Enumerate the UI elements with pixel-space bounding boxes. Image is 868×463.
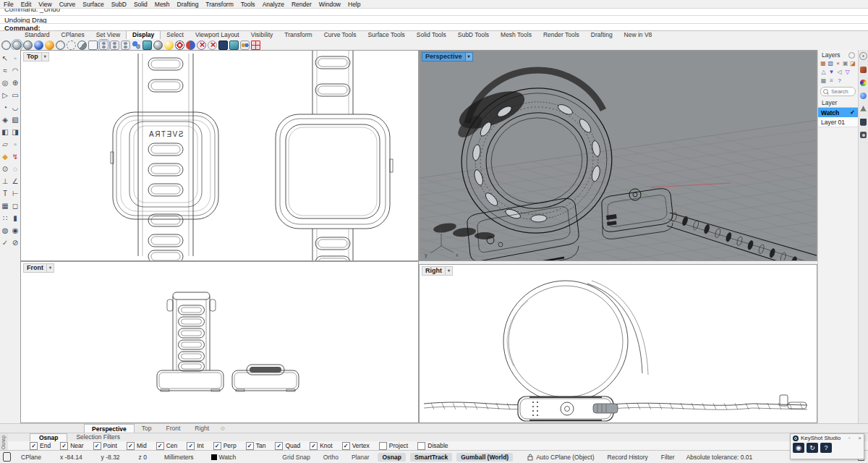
patch-tool-icon[interactable]: ▧	[10, 114, 20, 127]
cplane-menu[interactable]: CPlane	[21, 454, 41, 461]
extrude-tool-icon[interactable]: ▫	[10, 139, 20, 151]
help-icon[interactable]: ?	[836, 77, 843, 85]
viewport-right[interactable]: Right ▾	[419, 264, 817, 423]
technical-display-icon[interactable]	[56, 41, 65, 50]
filter-icon[interactable]: ▽	[844, 69, 851, 76]
menu-mesh[interactable]: Mesh	[151, 1, 174, 8]
viewport-top-title[interactable]: Top	[23, 52, 42, 61]
keyshot-sync-button[interactable]: ↻	[807, 443, 818, 453]
toolbar-tab-transform[interactable]: Transform	[278, 31, 318, 39]
viewport-right-label[interactable]: Right ▾	[422, 266, 453, 276]
toolbar-tab-surface-tools[interactable]: Surface Tools	[362, 31, 410, 39]
osnap-checkbox-mid[interactable]: ✓Mid	[127, 442, 147, 450]
curve-tool-icon[interactable]: ≈	[0, 65, 10, 77]
panel-options-icon[interactable]: ◦	[848, 435, 851, 441]
clear-display-icon[interactable]	[208, 41, 217, 50]
gear-icon[interactable]	[859, 52, 867, 60]
tab-selection-filters[interactable]: Selection Filters	[67, 433, 128, 441]
toolbar-tab-visibility[interactable]: Visibility	[245, 31, 279, 39]
raytraced-display-icon[interactable]	[45, 41, 54, 50]
point-tool-icon[interactable]: ◦	[10, 53, 20, 65]
viewport-tab-right[interactable]: Right	[187, 424, 216, 433]
split-tool-icon[interactable]: ⊘	[10, 237, 20, 250]
arc-tool-icon[interactable]: ◠	[10, 65, 20, 77]
unshade-objects-icon[interactable]	[121, 41, 130, 50]
circle-tool-icon[interactable]: ◎	[0, 77, 10, 90]
keyshot-help-button[interactable]: ?	[820, 443, 832, 453]
select-tool-icon[interactable]: ↖	[0, 53, 10, 65]
viewport-right-title[interactable]: Right	[422, 266, 446, 276]
angle-tool-icon[interactable]: ∠	[10, 176, 20, 188]
viewport-perspective[interactable]: Perspective ▾	[419, 50, 817, 261]
rectangle-tool-icon[interactable]: ▭	[10, 90, 20, 102]
viewport-tab-perspective[interactable]: Perspective	[84, 424, 135, 433]
osnap-checkbox-near[interactable]: ✓Near	[60, 442, 83, 450]
osnap-side-tab[interactable]: Osnap	[0, 433, 8, 451]
osnap-checkbox-quad[interactable]: ✓Quad	[275, 442, 300, 450]
auto-cplane-toggle[interactable]: Auto CPlane (Object)	[536, 454, 594, 461]
ellipse-tool-icon[interactable]: ⊕	[10, 77, 20, 90]
text-tool-icon[interactable]: T	[0, 188, 10, 200]
xray-display-icon[interactable]	[67, 41, 76, 50]
layers-search-box[interactable]	[820, 87, 856, 96]
osnap-checkbox-int[interactable]: ✓Int	[187, 442, 203, 450]
filter-toggle[interactable]: Filter	[661, 454, 675, 461]
list-view-icon[interactable]: ≡	[828, 77, 835, 85]
layer-row-watch[interactable]: Watch✓	[818, 108, 858, 117]
wireframe-display-icon[interactable]	[1, 41, 11, 50]
menu-help[interactable]: Help	[344, 1, 364, 8]
osnap-checkbox-tan[interactable]: ✓Tan	[246, 442, 266, 450]
new-layer-icon[interactable]: ▦	[820, 60, 826, 67]
menu-window[interactable]: Window	[315, 1, 344, 8]
bell-icon[interactable]	[860, 106, 867, 112]
new-viewport-icon[interactable]: ◇	[216, 424, 229, 433]
display-mode-cube-icon[interactable]	[142, 41, 152, 50]
toolbar-tab-mesh-tools[interactable]: Mesh Tools	[495, 31, 537, 39]
render-preview-icon[interactable]	[132, 41, 141, 50]
tab-osnap[interactable]: Osnap	[30, 433, 67, 441]
curve-blend-icon[interactable]: ◡	[10, 102, 20, 114]
ghosted-display-icon[interactable]	[23, 41, 33, 50]
pen-display-icon[interactable]	[77, 41, 87, 50]
pipe-tool-icon[interactable]: ◉	[10, 225, 20, 237]
grid-view-icon[interactable]: ▦	[820, 77, 827, 85]
chevron-down-icon[interactable]: ▾	[446, 266, 453, 276]
viewport-front[interactable]: Front ▾	[20, 261, 419, 423]
menu-view[interactable]: View	[35, 1, 55, 8]
osnap-checkbox-cen[interactable]: ✓Cen	[156, 442, 178, 450]
osnap-checkbox-project[interactable]: Project	[379, 442, 408, 450]
viewport-front-label[interactable]: Front ▾	[23, 263, 54, 273]
viewport-perspective-title[interactable]: Perspective	[422, 52, 466, 61]
column-tool-icon[interactable]: ▮	[10, 213, 20, 225]
toolbar-tab-viewport-layout[interactable]: Viewport Layout	[190, 31, 245, 39]
toolbar-tab-render-tools[interactable]: Render Tools	[537, 31, 585, 39]
active-layer-indicator[interactable]: Watch	[211, 454, 237, 461]
move-up-icon[interactable]: △	[820, 69, 827, 76]
shade-objects-icon[interactable]	[99, 41, 109, 50]
polygon-tool-icon[interactable]: ▷	[0, 90, 10, 102]
linked-views-icon[interactable]	[240, 41, 250, 50]
viewport-tab-front[interactable]: Front	[158, 424, 187, 433]
osnap-checkbox-end[interactable]: ✓End	[30, 442, 51, 450]
layer-tools-icon[interactable]: ◪	[850, 60, 856, 67]
status-toggle-gumball-world-[interactable]: Gumball (World)	[456, 453, 513, 462]
monitor-display-icon[interactable]	[218, 41, 228, 50]
units-menu[interactable]: Millimeters	[164, 454, 194, 461]
toolbar-tab-standard[interactable]: Standard	[19, 31, 56, 39]
surface-tool-icon[interactable]: ◈	[0, 114, 10, 127]
status-toggle-ortho[interactable]: Ortho	[319, 453, 343, 462]
menu-subd[interactable]: SubD	[108, 1, 130, 8]
trim-tool-icon[interactable]: ⊥	[0, 176, 10, 188]
layer-row-layer-01[interactable]: Layer 01	[818, 117, 858, 127]
menu-tools[interactable]: Tools	[237, 1, 259, 8]
lock-icon[interactable]	[527, 454, 533, 461]
fillet-tool-icon[interactable]: ◆	[0, 151, 10, 163]
status-toggle-smarttrack[interactable]: SmartTrack	[410, 453, 452, 462]
toolbar-tab-drafting[interactable]: Drafting	[585, 31, 618, 39]
viewport-top-label[interactable]: Top ▾	[23, 52, 49, 61]
shaded-display-icon[interactable]	[12, 41, 22, 50]
shade-selected-icon[interactable]	[110, 41, 119, 50]
wire-delete-icon[interactable]	[197, 41, 206, 50]
record-history-toggle[interactable]: Record History	[608, 454, 648, 461]
toolbar-tab-select[interactable]: Select	[161, 31, 190, 39]
